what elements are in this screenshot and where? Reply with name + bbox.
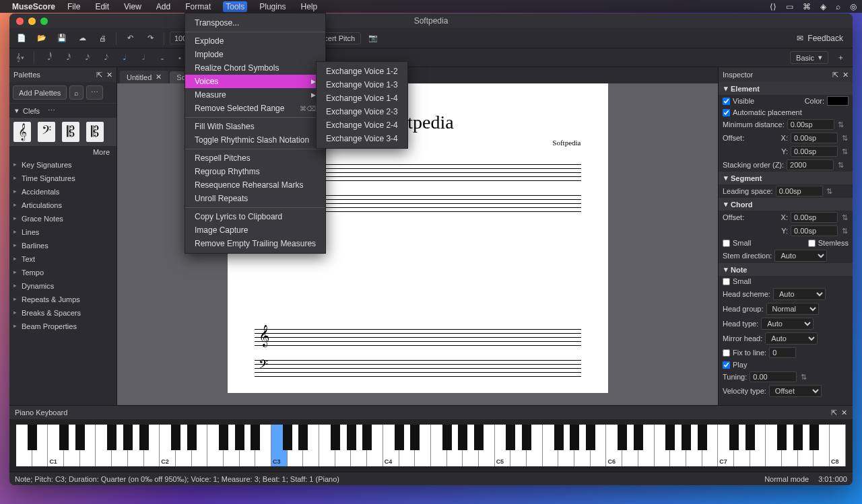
tab-untitled[interactable]: Untitled ✕ <box>120 71 168 83</box>
add-panel-icon[interactable]: ＋ <box>832 50 849 66</box>
note-16th-icon[interactable]: 𝅘𝅥𝅯 <box>79 50 92 65</box>
mirror-select[interactable]: Auto <box>765 332 818 345</box>
note-32nd-icon[interactable]: 𝅘𝅥𝅰 <box>60 50 73 65</box>
black-key[interactable] <box>298 425 308 450</box>
feedback-button[interactable]: ✉ Feedback <box>797 34 843 43</box>
insp-segment-header[interactable]: ▾ Segment <box>719 172 853 184</box>
black-key[interactable] <box>187 425 197 450</box>
piano-close-icon[interactable]: ✕ <box>841 408 847 417</box>
black-key[interactable] <box>28 425 37 450</box>
black-key[interactable] <box>75 425 85 450</box>
tools-unroll[interactable]: Unroll Repeats <box>185 192 325 205</box>
app-name[interactable]: MuseScore <box>12 2 55 11</box>
tools-dropdown[interactable]: Transpose... Explode Implode Realize Cho… <box>185 13 326 254</box>
inspector-undock-icon[interactable]: ⇱ <box>832 71 838 79</box>
tab-close-icon[interactable]: ✕ <box>156 73 162 81</box>
exchange-voice-3-4[interactable]: Exchange Voice 3-4 <box>317 132 407 145</box>
black-key[interactable] <box>251 425 260 450</box>
black-key[interactable] <box>219 425 228 450</box>
palette-time-sig[interactable]: Time Signatures <box>9 172 117 185</box>
tuning-input[interactable] <box>750 371 797 382</box>
white-key[interactable]: C8 <box>830 425 846 466</box>
black-key[interactable] <box>442 425 452 450</box>
tools-regroup[interactable]: Regroup Rhythms <box>185 165 325 178</box>
alto-clef-icon[interactable]: 𝄡 <box>62 122 79 142</box>
battery-icon[interactable]: ▭ <box>786 2 793 11</box>
exchange-voice-1-2[interactable]: Exchange Voice 1-2 <box>317 65 407 78</box>
open-file-icon[interactable]: 📂 <box>34 30 50 46</box>
note-half-icon[interactable]: 𝅗𝅥 <box>135 50 149 65</box>
black-key[interactable] <box>123 425 133 450</box>
black-key[interactable] <box>362 425 372 450</box>
tools-measure[interactable]: Measure▶ <box>185 88 325 102</box>
tools-remove-empty[interactable]: Remove Empty Trailing Measures <box>185 237 325 250</box>
fix-line-checkbox[interactable] <box>723 349 730 357</box>
fix-line-input[interactable] <box>769 347 796 358</box>
black-key[interactable] <box>793 425 803 450</box>
palette-lines[interactable]: Lines <box>9 225 117 239</box>
tools-fill-slashes[interactable]: Fill With Slashes <box>185 120 325 133</box>
palette-menu-icon[interactable]: ⋯ <box>86 85 103 100</box>
camera-icon[interactable]: 📷 <box>365 30 381 46</box>
palette-accidentals[interactable]: Accidentals <box>9 185 117 199</box>
chord-small-checkbox[interactable] <box>723 240 730 247</box>
black-key[interactable] <box>410 425 420 450</box>
black-key[interactable] <box>729 425 739 450</box>
inspector-close-icon[interactable]: ✕ <box>842 71 849 79</box>
palette-tempo[interactable]: Tempo <box>9 266 117 279</box>
window-minimize[interactable] <box>28 17 36 25</box>
black-key[interactable] <box>698 425 707 450</box>
black-key[interactable] <box>809 425 819 450</box>
wifi-icon[interactable]: ◈ <box>820 2 826 11</box>
palette-key-sig[interactable]: Key Signatures <box>9 158 117 172</box>
offset-x-input[interactable] <box>791 133 838 143</box>
black-key[interactable] <box>395 425 404 450</box>
note-input-icon[interactable]: 𝄞▾ <box>13 50 27 65</box>
black-key[interactable] <box>777 425 787 450</box>
black-key[interactable] <box>331 425 340 450</box>
menu-view[interactable]: View <box>121 1 144 12</box>
tools-toggle-rhythmic[interactable]: Toggle Rhythmic Slash Notation <box>185 133 325 147</box>
tools-resequence[interactable]: Resequence Rehearsal Marks <box>185 178 325 192</box>
undo-icon[interactable]: ↶ <box>122 30 138 46</box>
exchange-voice-1-3[interactable]: Exchange Voice 1-3 <box>317 78 407 92</box>
head-type-select[interactable]: Auto <box>761 318 814 330</box>
black-key[interactable] <box>283 425 292 450</box>
menu-tools[interactable]: Tools <box>223 1 247 12</box>
black-key[interactable] <box>665 425 675 450</box>
palettes-undock-icon[interactable]: ⇱ <box>96 71 102 79</box>
tools-voices[interactable]: Voices▶ <box>185 75 325 88</box>
black-key[interactable] <box>586 425 595 450</box>
black-key[interactable] <box>745 425 755 450</box>
menu-edit[interactable]: Edit <box>92 1 112 12</box>
black-key[interactable] <box>474 425 484 450</box>
tools-respell[interactable]: Respell Pitches <box>185 151 325 165</box>
black-key[interactable] <box>347 425 356 450</box>
bluetooth-icon[interactable]: ⌘ <box>803 2 811 11</box>
control-center-icon[interactable]: ⟨⟩ <box>770 2 776 11</box>
palette-grace-notes[interactable]: Grace Notes <box>9 212 117 225</box>
min-dist-input[interactable] <box>787 119 834 130</box>
exchange-voice-1-4[interactable]: Exchange Voice 1-4 <box>317 92 407 105</box>
siri-icon[interactable]: ◎ <box>850 2 857 11</box>
save-icon[interactable]: 💾 <box>54 30 70 46</box>
black-key[interactable] <box>522 425 531 450</box>
black-key[interactable] <box>506 425 515 450</box>
tools-image-capture[interactable]: Image Capture <box>185 223 325 237</box>
menu-format[interactable]: Format <box>183 1 213 12</box>
auto-place-checkbox[interactable] <box>723 109 730 116</box>
bass-clef-icon[interactable]: 𝄢 <box>38 122 55 142</box>
tools-realize-chord[interactable]: Realize Chord Symbols <box>185 61 325 75</box>
palette-text[interactable]: Text <box>9 252 117 266</box>
window-close[interactable] <box>16 17 24 25</box>
redo-icon[interactable]: ↷ <box>142 30 158 46</box>
tools-implode[interactable]: Implode <box>185 48 325 61</box>
palette-search-icon[interactable]: ⌕ <box>69 85 84 100</box>
palette-more-button[interactable]: More <box>9 146 117 158</box>
view-mode-select[interactable]: Basic ▾ <box>790 51 828 64</box>
black-key[interactable] <box>458 425 467 450</box>
tools-explode[interactable]: Explode <box>185 34 325 48</box>
head-group-select[interactable]: Normal <box>766 303 819 315</box>
black-key[interactable] <box>107 425 117 450</box>
palettes-close-icon[interactable]: ✕ <box>106 71 112 79</box>
